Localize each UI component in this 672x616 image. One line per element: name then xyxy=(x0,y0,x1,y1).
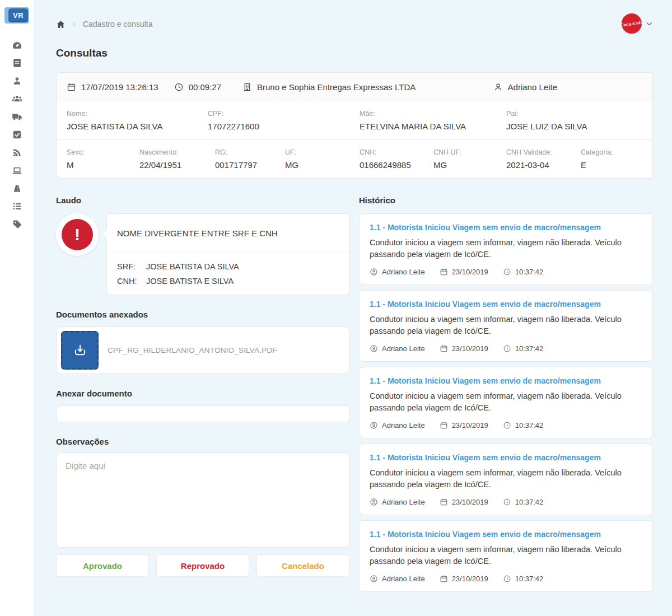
person-circle-icon xyxy=(370,344,378,353)
consultation-company: Bruno e Sophia Entregas Expressas LTDA xyxy=(242,82,416,92)
chevron-down-icon[interactable] xyxy=(646,20,653,27)
history-author-text: Adriano Leite xyxy=(382,498,425,506)
history-author-text: Adriano Leite xyxy=(382,421,425,430)
history-card-title[interactable]: 1.1 - Motorista Iniciou Viagem sem envio… xyxy=(370,223,642,232)
laudo-cnh-row: CNH: JOSE BATISTA E SILVA xyxy=(117,277,339,286)
history-card-title[interactable]: 1.1 - Motorista Iniciou Viagem sem envio… xyxy=(370,376,642,385)
history-time-text: 10:37:42 xyxy=(515,421,544,430)
attached-document-card: CPF_RG_HILDERLANIO_ANTONIO_SILVA.PDF xyxy=(56,326,349,374)
sidebar-item-records[interactable] xyxy=(0,54,34,72)
laudo-card: NOME DIVERGENTE ENTRE SRF E CNH SRF: JOS… xyxy=(106,213,349,295)
history-author: Adriano Leite xyxy=(370,575,425,583)
history-date: 23/10/2019 xyxy=(440,421,488,430)
clock-icon xyxy=(174,82,184,92)
history-card-body: Condutor iniciou a viagem sem informar, … xyxy=(370,390,642,414)
history-author: Adriano Leite xyxy=(370,498,425,506)
history-card-footer: Adriano Leite 23/10/2019 10:37:42 xyxy=(370,421,642,430)
person-field: CNH Validade: 2021-03-04 xyxy=(506,148,581,170)
sidebar: VR xyxy=(0,0,34,616)
history-time-text: 10:37:42 xyxy=(515,498,544,506)
history-time-text: 10:37:42 xyxy=(515,268,544,276)
field-value: 001717797 xyxy=(215,160,285,170)
home-icon[interactable] xyxy=(56,20,66,29)
field-label: Mãe: xyxy=(360,110,506,118)
app-logo[interactable]: VR xyxy=(4,7,30,24)
tachometer-icon xyxy=(12,40,22,50)
person-icon xyxy=(493,82,503,92)
alert-exclamation-icon: ! xyxy=(62,219,93,250)
sidebar-item-list[interactable] xyxy=(0,197,34,215)
history-card: 1.1 - Motorista Iniciou Viagem sem envio… xyxy=(359,444,653,515)
field-value: M xyxy=(67,160,139,170)
person-field: Nascimento: 22/04/1951 xyxy=(139,148,215,170)
consultation-analyst-text: Adriano Leite xyxy=(508,82,557,92)
history-card-footer: Adriano Leite 23/10/2019 10:37:42 xyxy=(370,268,642,276)
person-field: Pai: JOSE LUIZ DA SILVA xyxy=(506,110,652,131)
field-label: Sexo: xyxy=(67,148,139,156)
tag-icon xyxy=(12,219,22,230)
breadcrumb-page[interactable]: Cadastro e consulta xyxy=(83,20,153,29)
download-document-button[interactable] xyxy=(61,331,99,370)
sidebar-item-person[interactable] xyxy=(0,72,34,90)
consultation-datetime: 17/07/2019 13:26:13 xyxy=(67,82,158,92)
sidebar-item-trips[interactable] xyxy=(0,179,34,197)
person-field: Mãe: ETELVINA MARIA DA SILVA xyxy=(360,110,506,131)
consultation-card-header: 17/07/2019 13:26:13 00:09:27 Bruno e Sop… xyxy=(57,73,652,101)
history-time: 10:37:42 xyxy=(503,421,544,430)
consultation-card: 17/07/2019 13:26:13 00:09:27 Bruno e Sop… xyxy=(56,72,653,179)
reject-button[interactable]: Reprovado xyxy=(156,554,249,577)
attach-document-input[interactable] xyxy=(56,405,349,422)
history-card-title[interactable]: 1.1 - Motorista Iniciou Viagem sem envio… xyxy=(370,300,642,309)
calendar-icon xyxy=(440,575,448,583)
sidebar-item-dashboard[interactable] xyxy=(0,36,34,54)
field-label: RG: xyxy=(215,148,285,156)
page-title: Consultas xyxy=(56,47,653,59)
history-date: 23/10/2019 xyxy=(440,344,488,353)
consultation-duration: 00:09:27 xyxy=(174,82,221,92)
consultation-datetime-text: 17/07/2019 13:26:13 xyxy=(81,82,158,92)
clock-icon xyxy=(503,268,511,276)
history-date-text: 23/10/2019 xyxy=(452,421,488,430)
history-card-title[interactable]: 1.1 - Motorista Iniciou Viagem sem envio… xyxy=(370,453,642,462)
history-card-title[interactable]: 1.1 - Motorista Iniciou Viagem sem envio… xyxy=(370,530,642,539)
history-card-body: Condutor iniciou a viagem sem informar, … xyxy=(370,314,642,337)
history-card-footer: Adriano Leite 23/10/2019 10:37:42 xyxy=(370,344,642,353)
right-column: Histórico 1.1 - Motorista Iniciou Viagem… xyxy=(359,195,653,597)
vr-logo-text: VR xyxy=(8,8,28,22)
document-filename[interactable]: CPF_RG_HILDERLANIO_ANTONIO_SILVA.PDF xyxy=(108,346,277,354)
approve-button[interactable]: Aprovado xyxy=(56,554,149,577)
laudo-srf-label: SRF: xyxy=(117,262,146,271)
attach-heading: Anexar documento xyxy=(56,389,349,399)
calendar-icon xyxy=(440,268,448,276)
sidebar-item-users[interactable] xyxy=(0,90,34,108)
history-author-text: Adriano Leite xyxy=(382,344,425,353)
user-icon xyxy=(12,76,22,86)
history-card-footer: Adriano Leite 23/10/2019 10:37:42 xyxy=(370,498,642,506)
sidebar-item-feed[interactable] xyxy=(0,143,34,161)
avatar-coca-cola[interactable]: Coca-Cola xyxy=(622,13,642,34)
sidebar-item-terminal[interactable] xyxy=(0,161,34,179)
sidebar-item-vehicles[interactable] xyxy=(0,108,34,125)
observations-heading: Observações xyxy=(56,437,349,447)
person-field: CPF: 17072271600 xyxy=(208,110,360,131)
person-field: CNH UF: MG xyxy=(433,148,506,170)
history-card: 1.1 - Motorista Iniciou Viagem sem envio… xyxy=(359,213,653,285)
observations-textarea[interactable] xyxy=(56,452,349,548)
history-author: Adriano Leite xyxy=(370,421,425,430)
download-icon xyxy=(73,343,87,358)
field-label: CPF: xyxy=(208,110,360,118)
laptop-icon xyxy=(12,165,22,176)
sidebar-item-tags[interactable] xyxy=(0,215,34,233)
field-value: MG xyxy=(433,160,506,170)
user-menu[interactable]: Coca-Cola xyxy=(622,13,653,34)
book-icon xyxy=(12,58,22,68)
consultation-analyst: Adriano Leite xyxy=(493,82,557,92)
clock-icon xyxy=(503,575,511,583)
cancel-button[interactable]: Cancelado xyxy=(256,554,349,577)
field-value: 2021-03-04 xyxy=(506,160,581,170)
laudo-cnh-label: CNH: xyxy=(117,277,146,286)
history-card-body: Condutor iniciou a viagem sem informar, … xyxy=(370,237,642,260)
person-field: RG: 001717797 xyxy=(215,148,285,170)
chevron-right-icon xyxy=(71,21,77,27)
sidebar-item-approvals[interactable] xyxy=(0,125,34,143)
